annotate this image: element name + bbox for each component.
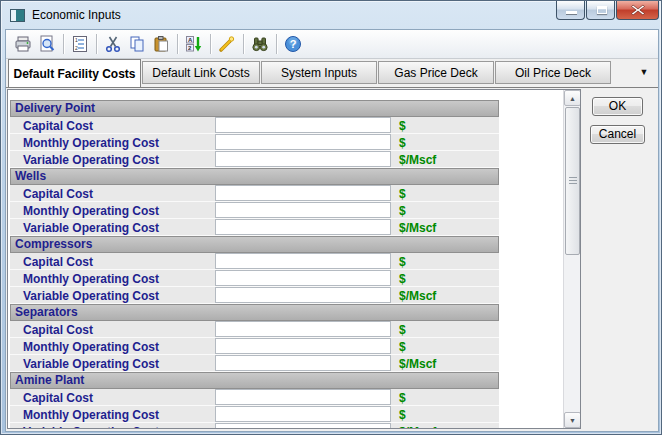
row-unit: $/Mscf [399,153,436,167]
row-unit: $ [399,272,406,286]
paste-button[interactable] [149,32,173,56]
row-label: Capital Cost [23,255,93,269]
wand-icon [217,34,237,54]
row-label: Monthly Operating Cost [23,340,159,354]
toolbar-separator [177,34,178,54]
form-row: Variable Operating Cost$/Mscf [10,423,499,429]
report-button[interactable]: 12 [68,32,92,56]
row-unit: $/Mscf [399,357,436,371]
report-icon: 12 [70,34,90,54]
cut-button[interactable] [101,32,125,56]
toolbar-separator [243,34,244,54]
toolbar: 12 A2 [6,30,658,59]
row-label: Monthly Operating Cost [23,204,159,218]
amine-plant-capital-cost-input[interactable] [215,389,391,405]
copy-icon [127,34,147,54]
row-label: Capital Cost [23,187,93,201]
facility-costs-panel: Delivery PointCapital Cost$Monthly Opera… [7,89,581,429]
section-header-delivery-point: Delivery Point [10,100,499,117]
delivery-point-variable-operating-cost-input[interactable] [215,151,391,167]
tab-content: Delivery PointCapital Cost$Monthly Opera… [6,87,658,431]
form-row: Monthly Operating Cost$ [10,338,499,355]
row-label: Capital Cost [23,391,93,405]
row-label: Capital Cost [23,323,93,337]
minimize-icon [566,11,577,14]
section-header-wells: Wells [10,168,499,185]
close-button[interactable] [616,1,659,20]
tab-system-inputs[interactable]: System Inputs [261,61,377,84]
section-header-separators: Separators [10,304,499,321]
wand-button[interactable] [215,32,239,56]
tab-overflow-arrow[interactable]: ▼ [636,61,652,83]
form-row: Variable Operating Cost$/Mscf [10,355,499,372]
maximize-button[interactable] [586,1,615,20]
row-label: Variable Operating Cost [23,289,159,303]
sort-ascending-icon: A2 [184,34,204,54]
scrollbar-grip-icon [569,177,577,178]
row-unit: $ [399,119,406,133]
row-label: Monthly Operating Cost [23,272,159,286]
scroll-up-button[interactable]: ▲ [564,90,581,106]
app-icon [10,9,25,22]
close-icon [631,4,645,16]
scrollbar-thumb[interactable] [565,107,580,255]
cancel-button[interactable]: Cancel [590,125,645,144]
delivery-point-capital-cost-input[interactable] [215,117,391,133]
row-unit: $ [399,136,406,150]
find-binoculars-icon [250,34,270,54]
wells-monthly-operating-cost-input[interactable] [215,202,391,218]
copy-button[interactable] [125,32,149,56]
form-rows: Delivery PointCapital Cost$Monthly Opera… [10,100,499,429]
help-button[interactable]: ? [281,32,305,56]
amine-plant-monthly-operating-cost-input[interactable] [215,406,391,422]
toolbar-separator [276,34,277,54]
compressors-capital-cost-input[interactable] [215,253,391,269]
form-row: Monthly Operating Cost$ [10,406,499,423]
print-icon [13,34,33,54]
row-label: Variable Operating Cost [23,425,159,429]
form-row: Capital Cost$ [10,185,499,202]
ok-button[interactable]: OK [592,97,643,116]
separators-capital-cost-input[interactable] [215,321,391,337]
section-header-compressors: Compressors [10,236,499,253]
compressors-variable-operating-cost-input[interactable] [215,287,391,303]
form-row: Variable Operating Cost$/Mscf [10,219,499,236]
amine-plant-variable-operating-cost-input[interactable] [215,423,391,429]
svg-text:1: 1 [75,37,78,43]
form-row: Variable Operating Cost$/Mscf [10,287,499,304]
row-label: Variable Operating Cost [23,153,159,167]
scroll-down-button[interactable]: ▼ [564,412,581,428]
row-unit: $ [399,255,406,269]
row-unit: $ [399,204,406,218]
wells-variable-operating-cost-input[interactable] [215,219,391,235]
separators-variable-operating-cost-input[interactable] [215,355,391,371]
form-row: Monthly Operating Cost$ [10,202,499,219]
form-row: Variable Operating Cost$/Mscf [10,151,499,168]
toolbar-separator [210,34,211,54]
print-preview-button[interactable] [35,32,59,56]
row-unit: $ [399,323,406,337]
find-button[interactable] [248,32,272,56]
vertical-scrollbar[interactable]: ▲ ▼ [563,90,580,428]
maximize-icon [597,6,607,14]
separators-monthly-operating-cost-input[interactable] [215,338,391,354]
window-title: Economic Inputs [32,8,121,22]
tab-oil-price-deck[interactable]: Oil Price Deck [495,61,611,84]
print-preview-icon [37,34,57,54]
row-unit: $ [399,187,406,201]
row-unit: $ [399,340,406,354]
wells-capital-cost-input[interactable] [215,185,391,201]
title-bar: Economic Inputs [1,1,661,29]
print-button[interactable] [11,32,35,56]
tab-gas-price-deck[interactable]: Gas Price Deck [378,61,494,84]
delivery-point-monthly-operating-cost-input[interactable] [215,134,391,150]
row-unit: $/Mscf [399,289,436,303]
sort-ascending-button[interactable]: A2 [182,32,206,56]
tab-default-link-costs[interactable]: Default Link Costs [142,61,260,84]
caption-buttons [555,1,659,20]
row-label: Capital Cost [23,119,93,133]
section-header-amine-plant: Amine Plant [10,372,499,389]
compressors-monthly-operating-cost-input[interactable] [215,270,391,286]
tab-default-facility-costs[interactable]: Default Facility Costs [8,59,141,87]
minimize-button[interactable] [556,1,585,20]
